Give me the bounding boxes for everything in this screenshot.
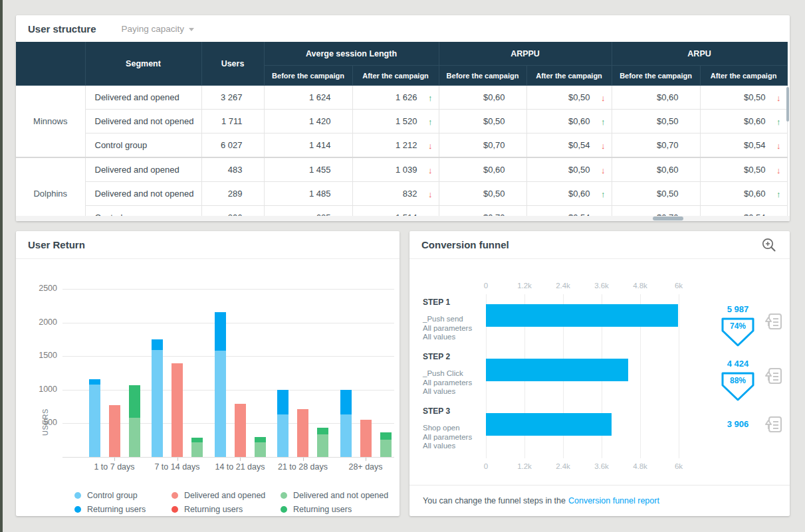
funnel-step-description: Shop openAll parametersAll values [423, 424, 472, 451]
x-axis-tick [114, 458, 115, 461]
svg-text:74%: 74% [730, 321, 746, 331]
legend-dot [281, 492, 287, 499]
trend-up-icon: ↑ [601, 189, 606, 198]
trend-down-icon: ↓ [776, 165, 781, 174]
report-icon[interactable] [763, 415, 783, 435]
bar-segment-base [129, 418, 140, 457]
zoom-in-icon[interactable] [760, 236, 778, 254]
funnel-bar [486, 413, 612, 436]
legend-dot [281, 506, 287, 513]
trend-down-icon: ↓ [428, 189, 433, 198]
arppu-after-cell: $0,50↓ [526, 86, 612, 110]
session-before-cell: 1 420 [264, 110, 352, 133]
bar-segment-base [191, 442, 203, 457]
funnel-footer-text: You can change the funnel steps in the [423, 496, 566, 505]
user-return-chart: 50010001500200025001 to 7 days7 to 14 da… [16, 259, 400, 516]
x-axis-tick-label-top: 1.2k [517, 282, 532, 290]
arpu-before-cell: $0,70 [612, 133, 700, 158]
legend-dot [172, 506, 178, 513]
arpu-after-cell: $0,50↓ [700, 157, 787, 182]
conversion-funnel-chart: 001.2k1.2k2.4k2.4k3.6k3.6k4.8k4.8k6k6kST… [409, 259, 790, 485]
users-cell: 483 [201, 157, 264, 182]
legend-dot [74, 492, 81, 499]
vertical-scrollbar-thumb[interactable] [786, 87, 789, 122]
arpu-before-cell: $0,50 [612, 182, 700, 206]
user-structure-header: User structure Paying capacity [16, 15, 790, 42]
x-axis-tick [303, 458, 304, 461]
segment-cell: Control group [85, 206, 201, 217]
paying-capacity-dropdown[interactable]: Paying capacity [122, 24, 195, 34]
funnel-step-description: _Push sendAll parametersAll values [423, 315, 472, 342]
trend-up-icon: ↑ [776, 117, 781, 126]
trend-down-icon: ↓ [776, 141, 781, 149]
legend-column: Delivered and openedReturning users [172, 489, 265, 517]
bar-segment-returning [277, 390, 288, 414]
arpu-after-cell: $0,60↑ [700, 182, 787, 206]
trend-down-icon: ↓ [601, 141, 606, 149]
bar-segment-base [360, 420, 372, 457]
conversion-funnel-report-link[interactable]: Conversion funnel report [568, 496, 659, 505]
y-axis-tick-label: 2500 [17, 284, 57, 293]
segment-cell: Delivered and opened [85, 157, 201, 182]
header-group-1: ARPPU [439, 42, 612, 66]
table-header-row-1: SegmentUsersAverge session LengthARPPUAR… [16, 42, 787, 66]
funnel-step-label: STEP 1 [423, 298, 450, 307]
bar-segment-returning [89, 379, 100, 385]
table-row: Control group3066251 514↑$0,70$0,54↓$0,7… [16, 206, 787, 217]
funnel-step-value: 4 424 [708, 359, 768, 369]
x-axis-tick-label-top: 0 [484, 282, 488, 290]
header-group-2: ARPU [612, 42, 787, 66]
x-axis-tick [366, 458, 366, 461]
group-label-cell: Dolphins [16, 157, 85, 216]
users-cell: 1 711 [201, 110, 264, 133]
report-icon[interactable] [763, 367, 783, 387]
x-axis-tick-label-bottom: 3.6k [594, 462, 609, 470]
header-before-2: Before the campaign [612, 66, 700, 86]
bar-segment-base [277, 414, 288, 457]
y-axis-tick-label: 2000 [17, 317, 57, 327]
horizontal-scrollbar-thumb[interactable] [653, 217, 683, 221]
report-icon[interactable] [763, 312, 783, 332]
arppu-after-cell: $0,54↓ [526, 206, 612, 217]
x-axis-category-label: 7 to 14 days [154, 462, 199, 472]
funnel-bar [486, 359, 628, 381]
gridline [679, 294, 679, 458]
x-axis-tick-label-top: 4.8k [633, 282, 647, 290]
user-return-panel: User Return 50010001500200025001 to 7 da… [16, 231, 400, 516]
legend-label: Delivered and opened [184, 491, 265, 500]
header-after-1: After the campaign [526, 66, 612, 86]
arpu-before-cell: $0,60 [612, 157, 700, 182]
arppu-before-cell: $0,60 [439, 157, 526, 182]
horizontal-scrollbar[interactable] [16, 216, 790, 221]
segment-cell: Delivered and not opened [85, 182, 201, 206]
bar-segment-returning [317, 428, 328, 434]
arppu-before-cell: $0,70 [439, 133, 526, 158]
session-before-cell: 1 414 [264, 133, 352, 158]
legend-label: Delivered and not opened [293, 491, 388, 500]
arppu-before-cell: $0,50 [439, 182, 526, 206]
legend-item: Returning users [74, 503, 146, 515]
header-group-0: Averge session Length [264, 42, 439, 66]
x-axis-tick-label-bottom: 6k [675, 462, 683, 470]
x-axis-tick-label-top: 6k [675, 282, 683, 290]
session-after-cell: 1 520↑ [352, 110, 439, 133]
conversion-funnel-footer: You can change the funnel steps in the C… [409, 485, 790, 516]
x-axis-tick [240, 458, 241, 461]
legend-label: Returning users [293, 505, 352, 514]
segment-cell: Control group [85, 133, 201, 158]
bar-segment-base [340, 414, 352, 457]
paying-capacity-label: Paying capacity [122, 24, 185, 34]
bar-segment-base [297, 409, 308, 457]
legend-column: Delivered and not openedReturning users [281, 489, 388, 517]
gridline [62, 289, 394, 290]
user-structure-table: SegmentUsersAverge session LengthARPPUAR… [16, 42, 790, 216]
bar-segment-base [235, 404, 246, 457]
trend-down-icon: ↓ [776, 93, 781, 102]
y-axis-tick-label: 1500 [17, 351, 57, 360]
legend-dot [172, 492, 178, 499]
analytics-dashboard: User structure Paying capacity SegmentUs… [0, 0, 805, 532]
trend-down-icon: ↓ [428, 141, 433, 149]
trend-down-icon: ↓ [601, 93, 606, 102]
x-axis-line [62, 457, 394, 458]
session-after-cell: 1 514↑ [352, 206, 439, 217]
